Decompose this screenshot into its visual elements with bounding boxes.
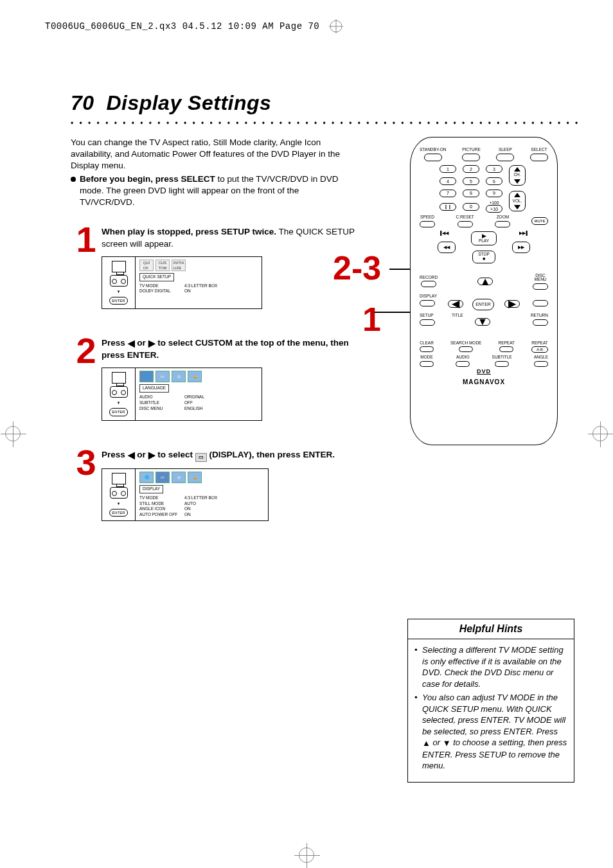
display-button[interactable] <box>420 300 435 306</box>
osd-tab: 🔒 <box>188 472 202 483</box>
hint-item: •Selecting a different TV MODE setting i… <box>414 644 567 689</box>
osd-tab: CUSTOM <box>155 260 170 271</box>
osd-tab: 🌐 <box>139 371 154 382</box>
transport-cluster: ▶PLAY STOP■ ◀◀ ▶▶ ▐◀◀ ▶▶▌ <box>420 231 548 274</box>
return-button[interactable] <box>533 319 548 326</box>
discmenu-button[interactable] <box>533 283 548 290</box>
plus10-button[interactable]: +10 <box>486 205 502 213</box>
tv-icon <box>112 261 126 272</box>
right-button[interactable]: ▶ <box>504 300 520 308</box>
remote-control: STANDBY-ON PICTURE SLEEP SELECT 1 2 3 CH… <box>410 137 558 445</box>
left-triangle-icon: ◀ <box>128 338 135 350</box>
dotted-rule: • • • • • • • • • • • • • • • • • • • • … <box>71 119 581 128</box>
callout-line <box>389 269 410 270</box>
record-button[interactable] <box>421 281 436 287</box>
osd-screenshot-2: ▼ ENTER 🌐 ▭ ◎ 🔒 LANGUAGE AUDIOORIGINAL <box>102 368 262 420</box>
num-6[interactable]: 6 <box>486 177 502 185</box>
ff-button[interactable]: ▶▶ <box>512 242 530 253</box>
osd-tab: ◎ <box>172 472 186 483</box>
step-number-1: 1 <box>71 224 102 309</box>
creset-button[interactable] <box>458 221 473 227</box>
setup-button[interactable] <box>420 319 435 326</box>
searchmode-button[interactable] <box>459 346 473 352</box>
osd-screenshot-3: ▼ ENTER 🌐 ▭ ◎ 🔒 DISPLAY TV MODE4:3 LETTE… <box>102 468 269 521</box>
osd-tab: ▭ <box>155 371 170 382</box>
step-number-3: 3 <box>71 447 102 522</box>
zoom-button[interactable] <box>495 221 510 227</box>
intro-paragraph: You can change the TV Aspect ratio, Stil… <box>71 137 353 208</box>
picture-button[interactable] <box>462 154 480 161</box>
sleep-button[interactable] <box>496 154 514 161</box>
pause-button[interactable]: ❙❙ <box>440 203 456 211</box>
num-7[interactable]: 7 <box>440 190 456 197</box>
mode-button[interactable] <box>420 361 434 367</box>
brand-logo: MAGNAVOX <box>420 378 548 385</box>
enter-mini: ENTER <box>109 408 127 416</box>
num-0[interactable]: 0 <box>463 203 479 211</box>
osd-category: DISPLAY <box>139 485 163 493</box>
stop-button[interactable]: STOP■ <box>472 251 495 263</box>
dvd-logo: DVD <box>420 368 548 375</box>
callout-numbers: 2-3 1 <box>333 251 381 336</box>
num-1[interactable]: 1 <box>440 165 456 173</box>
repeat-ab-button[interactable]: A-B <box>531 346 548 353</box>
num-9[interactable]: 9 <box>486 190 502 197</box>
page-number: 70 <box>71 91 94 114</box>
remote-mini-icon <box>110 386 128 398</box>
registration-mark-icon <box>299 847 314 863</box>
left-button[interactable]: ◀ <box>448 300 463 308</box>
helpful-hints-box: Helpful Hints •Selecting a different TV … <box>407 619 574 783</box>
tv-icon <box>112 372 126 384</box>
clear-button[interactable] <box>420 346 434 352</box>
num-8[interactable]: 8 <box>463 190 479 197</box>
subtitle-button[interactable] <box>495 361 509 367</box>
left-triangle-icon: ◀ <box>128 450 135 461</box>
remote-diagram-region: 2-3 1 STANDBY-ON PICTURE SLEEP SELECT 1 … <box>391 137 577 445</box>
ch-rocker[interactable]: CH. <box>509 165 526 186</box>
osd-tab: 🔒 <box>188 371 202 382</box>
osd-screenshot-1: ▼ ENTER QUICK CUSTOM INITIALIZE QUICK SE… <box>102 256 262 309</box>
skip-fwd-icon: ▶▶▌ <box>519 231 529 236</box>
standby-button[interactable] <box>424 154 442 161</box>
remote-mini-icon <box>110 487 128 499</box>
print-header: T0006UG_6006UG_EN_2.qx3 04.5.12 10:09 AM… <box>45 19 581 33</box>
callout-2-3: 2-3 <box>333 251 381 285</box>
rew-button[interactable]: ◀◀ <box>438 242 456 253</box>
display-icon: ▭ <box>195 453 207 462</box>
num-2[interactable]: 2 <box>463 165 479 173</box>
vol-rocker[interactable]: VOL. <box>509 191 526 211</box>
right-triangle-icon: ▶ <box>148 450 155 461</box>
callout-line <box>375 312 410 313</box>
audio-button[interactable] <box>456 361 470 367</box>
osd-tab: 🌐 <box>139 472 154 483</box>
play-button[interactable]: ▶PLAY <box>471 231 497 245</box>
down-button[interactable]: ▼ <box>475 318 490 326</box>
registration-mark-icon <box>5 426 21 441</box>
step-1: 1 When play is stopped, press SETUP twic… <box>71 224 366 309</box>
down-triangle-icon: ▼ <box>443 738 451 749</box>
osd-tab: ◎ <box>172 371 186 382</box>
num-3[interactable]: 3 <box>486 165 502 173</box>
osd-tab: ▭ <box>155 472 170 483</box>
speed-button[interactable] <box>420 221 435 227</box>
step-2: 2 Press ◀ or ▶ to select CUSTOM at the t… <box>71 335 366 421</box>
up-button[interactable]: ▲ <box>477 278 493 285</box>
repeat-button[interactable] <box>499 346 513 352</box>
select-button[interactable] <box>530 154 548 161</box>
enter-button[interactable]: ENTER <box>472 299 494 310</box>
return-button-pill[interactable] <box>533 300 548 306</box>
angle-button[interactable] <box>534 361 548 367</box>
num-5[interactable]: 5 <box>463 177 479 185</box>
up-triangle-icon: ▲ <box>422 738 431 749</box>
osd-tab: INITIALIZE <box>172 260 186 271</box>
num-4[interactable]: 4 <box>440 177 456 185</box>
mute-button[interactable]: MUTE <box>531 217 548 225</box>
step-3: 3 Press ◀ or ▶ to select ▭ (DISPLAY), th… <box>71 447 366 522</box>
page-title: 70 Display Settings <box>71 91 581 115</box>
bullet-icon <box>71 177 76 182</box>
header-text: T0006UG_6006UG_EN_2.qx3 04.5.12 10:09 AM… <box>45 21 319 31</box>
title-text: Display Settings <box>106 91 271 114</box>
registration-mark-icon <box>592 426 608 441</box>
tv-icon <box>112 473 126 484</box>
right-triangle-icon: ▶ <box>148 338 155 350</box>
